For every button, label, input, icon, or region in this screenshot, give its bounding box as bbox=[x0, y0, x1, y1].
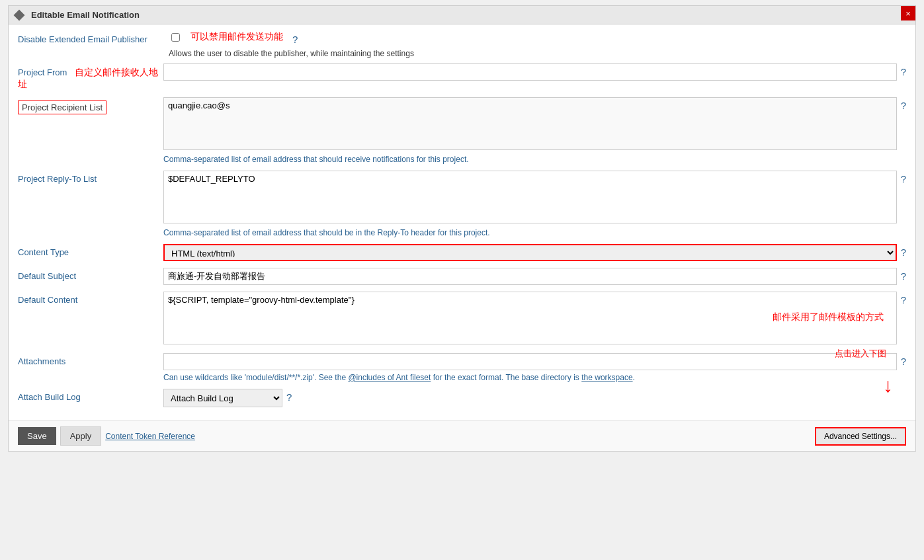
default-content-input-area: ${SCRIPT, template="groovy-html-dev.temp… bbox=[163, 292, 897, 346]
project-from-label-wrapper: Project From 自定义邮件接收人地址 bbox=[18, 63, 163, 91]
default-subject-row: Default Subject 商旅通-开发自动部署报告 ? bbox=[18, 268, 906, 285]
attachments-help-icon[interactable]: ? bbox=[901, 353, 906, 367]
attachments-hint-pre: Can use wildcards like 'module/dist/**/*… bbox=[163, 373, 348, 382]
bottom-bar: Save Apply Content Token Reference Advan… bbox=[9, 420, 915, 451]
disable-label: Disable Extended Email Publisher bbox=[18, 34, 147, 44]
default-content-label-wrapper: Default Content bbox=[18, 292, 163, 305]
attach-build-log-select[interactable]: Attach Build LogNoCompress Build Log bbox=[163, 389, 282, 407]
project-reply-to-help-icon[interactable]: ? bbox=[901, 171, 906, 184]
arrow-down-annotation: ↓ bbox=[883, 376, 893, 395]
project-recipient-hint: Comma-separated list of email address th… bbox=[163, 155, 897, 164]
project-from-input[interactable] bbox=[163, 63, 897, 81]
default-content-row: Default Content ${SCRIPT, template="groo… bbox=[18, 292, 906, 346]
disable-checkbox[interactable] bbox=[171, 33, 180, 42]
content-type-row: Content Type HTML (text/html)Plain Text … bbox=[18, 244, 906, 261]
disable-row: Disable Extended Email Publisher 可以禁用邮件发… bbox=[18, 31, 906, 45]
apply-button[interactable]: Apply bbox=[60, 426, 102, 446]
project-recipient-help-icon[interactable]: ? bbox=[901, 97, 906, 111]
project-recipient-label: Project Recipient List bbox=[18, 100, 106, 114]
attachments-input-area: Can use wildcards like 'module/dist/**/*… bbox=[163, 353, 897, 382]
content-type-select[interactable]: HTML (text/html)Plain Text (text/plain)B… bbox=[163, 244, 897, 261]
project-from-input-area bbox=[163, 63, 897, 81]
attachments-input[interactable] bbox=[163, 353, 897, 370]
attach-build-log-row: Attach Build Log Attach Build LogNoCompr… bbox=[18, 389, 906, 407]
project-reply-to-textarea[interactable]: $DEFAULT_REPLYTO bbox=[163, 171, 897, 223]
disable-annotation: 可以禁用邮件发送功能 bbox=[190, 31, 283, 43]
form-body: Disable Extended Email Publisher 可以禁用邮件发… bbox=[9, 24, 915, 420]
default-subject-input[interactable]: 商旅通-开发自动部署报告 bbox=[163, 268, 897, 285]
email-template-annotation: 邮件采用了邮件模板的方式 bbox=[773, 311, 884, 323]
disable-help-icon[interactable]: ? bbox=[292, 31, 298, 45]
project-from-help-icon[interactable]: ? bbox=[901, 63, 906, 77]
project-recipient-input-area: quangjie.cao@s Comma-separated list of e… bbox=[163, 97, 897, 164]
project-from-label: Project From bbox=[18, 64, 67, 77]
project-reply-to-row: Project Reply-To List $DEFAULT_REPLYTO C… bbox=[18, 171, 906, 237]
project-recipient-textarea[interactable]: quangjie.cao@s bbox=[163, 97, 897, 150]
default-content-label: Default Content bbox=[18, 292, 77, 305]
attachments-label-wrapper: Attachments bbox=[18, 353, 163, 366]
default-subject-label-wrapper: Default Subject bbox=[18, 268, 163, 281]
attachments-label: Attachments bbox=[18, 353, 65, 366]
attachments-hint-link1[interactable]: @includes of Ant fileset bbox=[348, 373, 431, 382]
disable-description: Allows the user to disable the publisher… bbox=[169, 49, 906, 58]
project-reply-to-input-area: $DEFAULT_REPLYTO Comma-separated list of… bbox=[163, 171, 897, 237]
project-recipient-row: Project Recipient List quangjie.cao@s Co… bbox=[18, 97, 906, 164]
content-token-ref[interactable]: Content Token Reference bbox=[105, 432, 195, 441]
content-type-select-area: HTML (text/html)Plain Text (text/plain)B… bbox=[163, 244, 897, 261]
attach-build-log-label: Attach Build Log bbox=[18, 389, 81, 402]
close-button[interactable]: × bbox=[901, 6, 915, 20]
editable-email-notification-panel: Editable Email Notification × Disable Ex… bbox=[8, 5, 916, 452]
attachments-hint-mid: for the exact format. The base directory… bbox=[431, 373, 581, 382]
attach-build-log-help-icon[interactable]: ? bbox=[286, 389, 292, 403]
save-button[interactable]: Save bbox=[18, 427, 56, 445]
content-type-label-wrapper: Content Type bbox=[18, 244, 163, 257]
project-recipient-label-wrapper: Project Recipient List bbox=[18, 97, 163, 114]
attachments-hint: Can use wildcards like 'module/dist/**/*… bbox=[163, 373, 897, 382]
right-click-note: 点击进入下图 bbox=[835, 348, 886, 360]
default-content-help-icon[interactable]: ? bbox=[901, 292, 906, 305]
attach-build-log-select-area: Attach Build LogNoCompress Build Log bbox=[163, 389, 282, 407]
project-reply-to-label-wrapper: Project Reply-To List bbox=[18, 171, 163, 184]
panel-icon bbox=[14, 9, 25, 20]
project-reply-to-hint: Comma-separated list of email address th… bbox=[163, 228, 897, 237]
attachments-hint-link2[interactable]: the workspace bbox=[581, 373, 632, 382]
panel-header: Editable Email Notification × bbox=[9, 6, 915, 24]
project-reply-to-label: Project Reply-To List bbox=[18, 171, 97, 184]
project-from-row: Project From 自定义邮件接收人地址 ? bbox=[18, 63, 906, 91]
content-type-label: Content Type bbox=[18, 244, 69, 257]
advanced-settings-button[interactable]: Advanced Settings... bbox=[815, 427, 906, 446]
default-subject-input-area: 商旅通-开发自动部署报告 bbox=[163, 268, 897, 285]
default-subject-label: Default Subject bbox=[18, 268, 76, 281]
attach-build-log-label-wrapper: Attach Build Log bbox=[18, 389, 163, 402]
panel-title: Editable Email Notification bbox=[31, 10, 140, 20]
default-subject-help-icon[interactable]: ? bbox=[901, 268, 906, 282]
checkbox-wrapper: 可以禁用邮件发送功能 bbox=[171, 31, 283, 43]
attachments-row: Attachments Can use wildcards like 'modu… bbox=[18, 353, 906, 382]
content-type-help-icon[interactable]: ? bbox=[901, 244, 906, 258]
attachments-hint-end: . bbox=[633, 373, 635, 382]
